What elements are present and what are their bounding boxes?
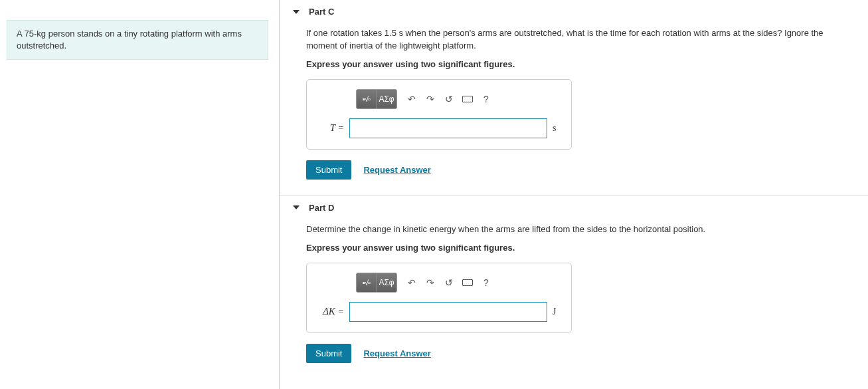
- part-d-toolbar: ▪√▫ ΑΣφ ↶ ↷ ↺ ?: [316, 273, 562, 293]
- template-button[interactable]: ▪√▫: [357, 273, 377, 292]
- part-c-answer-box: ▪√▫ ΑΣφ ↶ ↷ ↺ ? T = s: [306, 79, 572, 150]
- submit-button[interactable]: Submit: [306, 344, 351, 363]
- undo-button[interactable]: ↶: [402, 273, 421, 292]
- part-d-answer-input[interactable]: [349, 302, 547, 322]
- keyboard-icon: [462, 279, 473, 286]
- redo-icon: ↷: [426, 94, 434, 104]
- part-c-unit: s: [553, 123, 562, 134]
- left-column: A 75-kg person stands on a tiny rotating…: [0, 0, 279, 389]
- part-d-unit: J: [553, 307, 562, 317]
- right-column: Part C If one rotation takes 1.5 s when …: [279, 0, 868, 389]
- part-d-body: Determine the change in kinetic energy w…: [280, 219, 868, 379]
- request-answer-link[interactable]: Request Answer: [363, 165, 430, 175]
- problem-statement-box: A 75-kg person stands on a tiny rotating…: [7, 20, 268, 60]
- reset-button[interactable]: ↺: [440, 90, 458, 108]
- reset-button[interactable]: ↺: [440, 273, 458, 292]
- submit-button[interactable]: Submit: [306, 160, 351, 180]
- equation-tools-group: ▪√▫ ΑΣφ: [356, 273, 397, 293]
- part-c-submit-row: Submit Request Answer: [306, 160, 855, 180]
- part-d-input-row: ΔK = J: [316, 302, 562, 322]
- undo-button[interactable]: ↶: [402, 90, 421, 108]
- greek-button[interactable]: ΑΣφ: [377, 273, 396, 292]
- greek-button[interactable]: ΑΣφ: [377, 90, 396, 108]
- part-c-answer-input[interactable]: [349, 118, 547, 138]
- part-c-body: If one rotation takes 1.5 s when the per…: [280, 23, 868, 195]
- part-d-label: Part D: [309, 203, 334, 213]
- help-button[interactable]: ?: [477, 273, 495, 292]
- undo-icon: ↶: [408, 277, 416, 288]
- part-c-instruction: Express your answer using two significan…: [306, 59, 855, 69]
- keyboard-button[interactable]: [458, 90, 477, 108]
- part-d-instruction: Express your answer using two significan…: [306, 243, 855, 253]
- redo-button[interactable]: ↷: [421, 90, 440, 108]
- part-d-question: Determine the change in kinetic energy w…: [306, 223, 855, 236]
- part-d-submit-row: Submit Request Answer: [306, 344, 855, 363]
- redo-icon: ↷: [426, 277, 434, 288]
- template-button[interactable]: ▪√▫: [357, 90, 377, 108]
- help-button[interactable]: ?: [477, 90, 495, 108]
- redo-button[interactable]: ↷: [421, 273, 440, 292]
- part-c-label: Part C: [309, 7, 334, 17]
- chevron-down-icon[interactable]: [293, 10, 300, 14]
- keyboard-button[interactable]: [458, 273, 477, 292]
- chevron-down-icon[interactable]: [293, 205, 300, 209]
- part-c-header[interactable]: Part C: [280, 0, 868, 23]
- undo-icon: ↶: [408, 94, 416, 104]
- reset-icon: ↺: [445, 94, 453, 104]
- sqrt-icon: ▪√▫: [363, 279, 370, 287]
- part-d-variable: ΔK =: [317, 306, 344, 317]
- equation-tools-group: ▪√▫ ΑΣφ: [356, 89, 397, 109]
- problem-statement-text: A 75-kg person stands on a tiny rotating…: [17, 29, 242, 51]
- reset-icon: ↺: [445, 277, 453, 288]
- part-d-answer-box: ▪√▫ ΑΣφ ↶ ↷ ↺ ? ΔK = J: [306, 263, 572, 333]
- sqrt-icon: ▪√▫: [363, 95, 370, 103]
- request-answer-link[interactable]: Request Answer: [363, 348, 430, 358]
- keyboard-icon: [462, 96, 473, 102]
- part-c-toolbar: ▪√▫ ΑΣφ ↶ ↷ ↺ ?: [316, 89, 562, 109]
- part-d-header[interactable]: Part D: [280, 196, 868, 219]
- part-c-variable: T =: [317, 122, 344, 134]
- part-c-input-row: T = s: [316, 118, 562, 138]
- part-c-question: If one rotation takes 1.5 s when the per…: [306, 27, 855, 53]
